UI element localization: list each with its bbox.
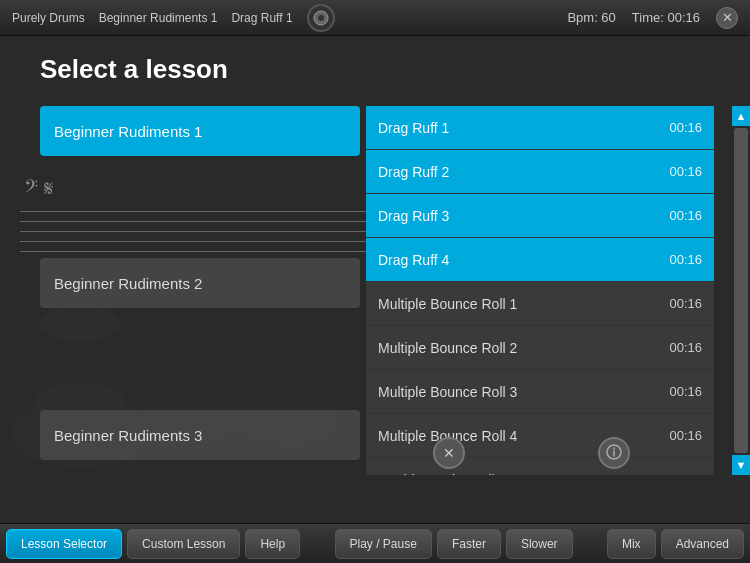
main-content: Select a lesson 𝄢 𝄋 Beginner Rudiments 1…	[0, 36, 750, 523]
slower-button[interactable]: Slower	[506, 529, 573, 559]
category-item-beginner-rudiments-1[interactable]: Beginner Rudiments 1	[40, 106, 360, 156]
lesson-item-multiple-bounce-3[interactable]: Multiple Bounce Roll 3 00:16	[366, 370, 714, 414]
lesson-scrollbar: ▲ ▼	[732, 106, 750, 475]
lesson-item-drag-ruff-3[interactable]: Drag Ruff 3 00:16	[366, 194, 714, 238]
category-item-beginner-rudiments-3[interactable]: Beginner Rudiments 3	[40, 410, 360, 460]
faster-button[interactable]: Faster	[437, 529, 501, 559]
svg-point-1	[318, 15, 324, 21]
custom-lesson-button[interactable]: Custom Lesson	[127, 529, 240, 559]
nav-category[interactable]: Beginner Rudiments 1	[99, 11, 218, 25]
category-list: Beginner Rudiments 1 Beginner Rudiments …	[40, 106, 360, 462]
scroll-track[interactable]	[734, 128, 748, 453]
nav-lesson[interactable]: Drag Ruff 1	[231, 11, 292, 25]
scroll-up-button[interactable]: ▲	[732, 106, 750, 126]
lesson-close-button[interactable]: ✕	[433, 437, 465, 469]
top-bar: Purely Drums Beginner Rudiments 1 Drag R…	[0, 0, 750, 36]
time-display: Time: 00:16	[632, 10, 700, 25]
category-item-beginner-rudiments-2[interactable]: Beginner Rudiments 2	[40, 258, 360, 308]
scroll-down-button[interactable]: ▼	[732, 455, 750, 475]
lesson-selector-button[interactable]: Lesson Selector	[6, 529, 122, 559]
lesson-list: Drag Ruff 1 00:16 Drag Ruff 2 00:16 Drag…	[366, 106, 714, 475]
lesson-item-multiple-bounce-1[interactable]: Multiple Bounce Roll 1 00:16	[366, 282, 714, 326]
help-button[interactable]: Help	[245, 529, 300, 559]
advanced-button[interactable]: Advanced	[661, 529, 744, 559]
lesson-item-drag-ruff-2[interactable]: Drag Ruff 2 00:16	[366, 150, 714, 194]
category-spacer-1	[40, 158, 360, 258]
lesson-panel-icons: ✕	[366, 431, 696, 475]
nav-purely-drums[interactable]: Purely Drums	[12, 11, 85, 25]
lesson-item-multiple-bounce-2[interactable]: Multiple Bounce Roll 2 00:16	[366, 326, 714, 370]
page-title: Select a lesson	[0, 36, 750, 99]
lesson-info-button[interactable]	[598, 437, 630, 469]
close-button[interactable]: ✕	[716, 7, 738, 29]
play-pause-button[interactable]: Play / Pause	[335, 529, 432, 559]
info-icon	[606, 444, 622, 463]
bpm-display: Bpm: 60	[567, 10, 615, 25]
lesson-item-drag-ruff-4[interactable]: Drag Ruff 4 00:16	[366, 238, 714, 282]
app-logo	[307, 4, 335, 32]
category-spacer-2	[40, 310, 360, 410]
bottom-toolbar: Lesson Selector Custom Lesson Help Play …	[0, 523, 750, 563]
lesson-item-drag-ruff-1[interactable]: Drag Ruff 1 00:16	[366, 106, 714, 150]
close-circle-icon: ✕	[443, 445, 455, 461]
mix-button[interactable]: Mix	[607, 529, 656, 559]
